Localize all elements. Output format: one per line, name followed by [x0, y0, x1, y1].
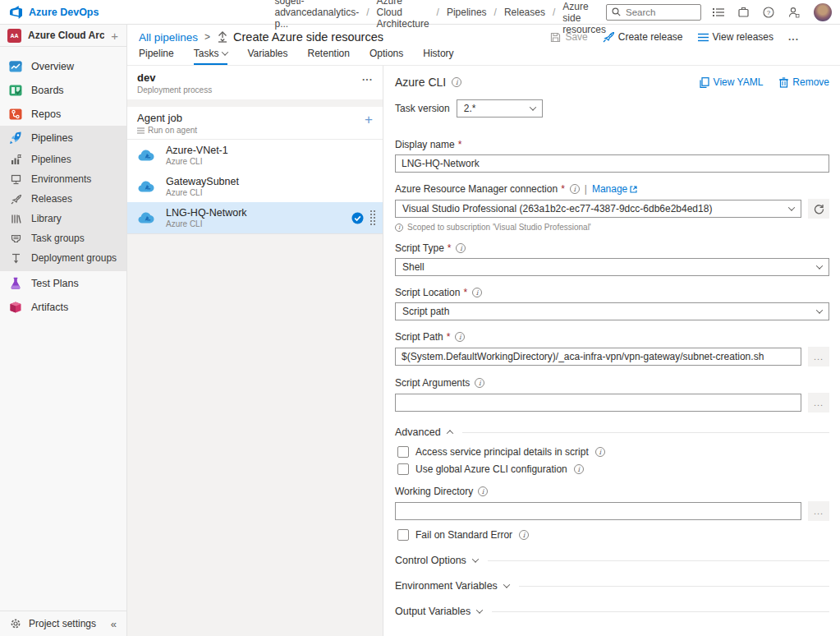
save-button[interactable]: Save [550, 31, 587, 43]
pipelines-sub-icon [11, 154, 21, 165]
tab-variables[interactable]: Variables [247, 48, 287, 63]
display-name-label: Display name [395, 139, 455, 150]
stage-more-button[interactable]: ... [362, 71, 373, 94]
sidebar-item-boards[interactable]: Boards [0, 78, 126, 102]
boards-icon [9, 84, 22, 97]
info-icon[interactable] [455, 332, 465, 342]
info-icon[interactable] [519, 530, 529, 540]
chevron-down-icon [476, 606, 483, 613]
info-icon[interactable] [456, 243, 466, 253]
environments-icon [11, 174, 21, 185]
script-type-select[interactable]: Shell [395, 258, 829, 276]
info-icon[interactable] [574, 464, 584, 474]
search-input-wrapper[interactable] [606, 4, 701, 21]
working-directory-input[interactable] [395, 502, 801, 520]
help-icon[interactable]: ? [763, 7, 774, 18]
sidebar-item-library[interactable]: Library [0, 209, 126, 228]
brand-name[interactable]: Azure DevOps [29, 7, 99, 18]
all-pipelines-link[interactable]: All pipelines [139, 31, 198, 44]
use-global-config-checkbox[interactable] [397, 463, 409, 475]
sidebar-item-repos[interactable]: Repos [0, 102, 126, 126]
tab-retention[interactable]: Retention [308, 48, 350, 63]
tab-tasks[interactable]: Tasks [194, 48, 228, 65]
breadcrumb-releases[interactable]: Releases [504, 7, 545, 18]
view-releases-button[interactable]: View releases [698, 31, 773, 43]
script-path-label: Script Path [395, 331, 443, 343]
environment-variables-section-toggle[interactable]: Environment Variables [395, 580, 829, 592]
sidebar-nav: Overview Boards Repos Pipelines Pipeline… [0, 47, 126, 611]
drag-handle[interactable] [370, 210, 376, 226]
more-actions-button[interactable]: ... [788, 31, 799, 43]
library-icon [11, 214, 21, 224]
fail-on-standard-error-checkbox[interactable] [397, 529, 409, 541]
script-location-select[interactable]: Script path [395, 302, 829, 320]
top-bar: Azure DevOps sogeti-advancedanalytics-p.… [0, 0, 840, 25]
chevron-down-icon [816, 306, 823, 313]
task-item-azure-vnet-1[interactable]: Azure-VNet-1 Azure CLI [127, 140, 383, 171]
briefcase-icon[interactable] [738, 7, 749, 17]
agent-job-subtitle: Run on agent [148, 126, 197, 135]
tab-pipeline[interactable]: Pipeline [139, 48, 174, 63]
expand-script-arguments-button[interactable]: ... [808, 393, 829, 412]
project-settings[interactable]: Project settings « [0, 611, 126, 636]
sidebar-item-task-groups[interactable]: Task groups [0, 228, 126, 248]
script-path-input[interactable] [395, 348, 801, 366]
list-icon[interactable] [713, 7, 724, 17]
stage-header[interactable]: dev Deployment process ... [127, 66, 383, 99]
task-item-gatewaysubnet[interactable]: GatewaySubnet Azure CLI [127, 171, 383, 202]
sidebar-item-environments[interactable]: Environments [0, 169, 126, 189]
tab-options[interactable]: Options [370, 48, 403, 63]
agent-job-header[interactable]: Agent job Run on agent + [127, 107, 383, 140]
display-name-input[interactable] [395, 154, 829, 173]
task-editor-panel: Azure CLI View YAML Remove [383, 66, 840, 636]
add-project-button[interactable]: + [111, 29, 118, 43]
project-switcher[interactable]: AA Azure Cloud Architect... + [0, 25, 126, 47]
manage-link[interactable]: Manage [592, 183, 637, 195]
info-icon[interactable] [570, 184, 580, 194]
scoped-note: Scoped to subscription 'Visual Studio Pr… [407, 223, 591, 232]
chevron-down-icon [472, 555, 479, 562]
browse-working-directory-button[interactable]: ... [808, 501, 829, 521]
breadcrumb-pipelines[interactable]: Pipelines [447, 7, 487, 18]
browse-script-path-button[interactable]: ... [808, 347, 829, 366]
add-task-button[interactable]: + [365, 112, 373, 135]
stage-name: dev [137, 71, 212, 84]
azure-devops-home[interactable]: Azure DevOps [10, 6, 102, 19]
remove-task-button[interactable]: Remove [779, 76, 829, 88]
create-release-button[interactable]: Create release [603, 31, 683, 43]
info-icon[interactable] [472, 288, 482, 297]
info-icon[interactable] [595, 447, 605, 457]
azure-devops-logo [10, 6, 23, 19]
advanced-section-toggle[interactable]: Advanced [395, 426, 829, 438]
sidebar-item-releases[interactable]: Releases [0, 189, 126, 209]
sidebar-item-test-plans[interactable]: Test Plans [0, 271, 126, 295]
refresh-connection-button[interactable] [808, 199, 829, 219]
avatar[interactable] [814, 3, 832, 21]
collapse-sidebar-button[interactable]: « [111, 618, 117, 630]
svg-text:?: ? [767, 9, 771, 16]
output-variables-section-toggle[interactable]: Output Variables [395, 606, 829, 617]
sidebar-item-deployment-groups[interactable]: Deployment groups [0, 248, 126, 268]
info-icon[interactable] [452, 77, 461, 87]
info-icon[interactable] [478, 486, 488, 496]
access-service-principal-checkbox[interactable] [397, 446, 409, 458]
deployment-process-panel: dev Deployment process ... Agent job Run… [127, 66, 383, 636]
script-arguments-label: Script Arguments [395, 377, 470, 389]
control-options-section-toggle[interactable]: Control Options [395, 555, 829, 566]
sidebar-item-pipelines[interactable]: Pipelines [0, 126, 126, 150]
task-version-select[interactable]: 2.* [457, 99, 543, 118]
sidebar-item-artifacts[interactable]: Artifacts [0, 295, 126, 319]
view-yaml-button[interactable]: View YAML [700, 76, 764, 88]
script-arguments-input[interactable] [395, 394, 801, 412]
arm-connection-select[interactable]: Visual Studio Professional (263a1b2c-ec7… [395, 200, 801, 218]
sidebar-item-overview[interactable]: Overview [0, 54, 126, 78]
agent-icon [137, 127, 145, 134]
task-item-lng-hq-network[interactable]: LNG-HQ-Network Azure CLI [127, 202, 383, 233]
sidebar-item-pipelines-sub[interactable]: Pipelines [0, 150, 126, 169]
search-input[interactable] [626, 7, 695, 17]
tab-history[interactable]: History [423, 48, 453, 63]
info-icon[interactable] [475, 378, 484, 388]
test-plans-icon [9, 277, 22, 290]
user-icon[interactable] [788, 7, 800, 18]
pipelines-icon [9, 131, 22, 145]
